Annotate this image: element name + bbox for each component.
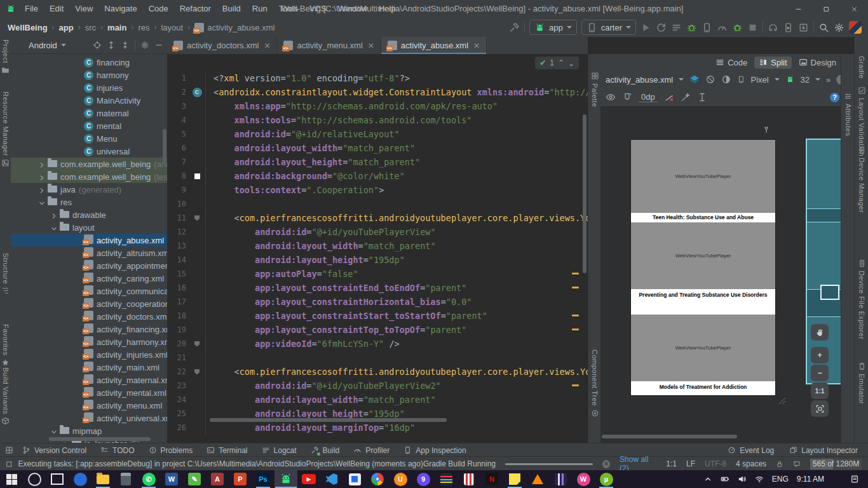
- locate-file-icon[interactable]: [93, 41, 102, 50]
- tree-item-com-example-well_being[interactable]: com.example.well_being(test): [11, 170, 167, 183]
- code-line-5[interactable]: 5 android:id="@+id/relativeLayout": [167, 127, 588, 141]
- taskbar-netflix[interactable]: N: [480, 470, 503, 488]
- mode-code[interactable]: Code: [711, 57, 752, 69]
- breadcrumb-activity_abuse-xml[interactable]: activity_abuse.xml: [207, 23, 275, 32]
- tool-button-project[interactable]: Project: [0, 39, 11, 74]
- palette-tab[interactable]: Palette: [588, 72, 601, 107]
- tree-item-activity_universal-xml[interactable]: <>activity_universal.xml: [11, 412, 167, 424]
- tool-window-app-inspection[interactable]: App Inspection: [403, 446, 466, 455]
- mode-split[interactable]: Split: [754, 57, 791, 69]
- tree-item-activity_abuse-xml[interactable]: <>activity_abuse.xml: [11, 234, 167, 247]
- tool-window-quick-access-icon[interactable]: [5, 446, 13, 454]
- taskbar-task-view[interactable]: [46, 470, 69, 488]
- taskbar-swirl-app[interactable]: 9: [412, 470, 435, 488]
- code-line-8[interactable]: 8 android:background="@color/white": [167, 169, 588, 183]
- menu-file[interactable]: File: [19, 4, 44, 13]
- breadcrumb-main[interactable]: main: [107, 23, 126, 32]
- youtube-player-view-2[interactable]: WebViewYouTubePlayer: [631, 222, 775, 289]
- build-project-icon[interactable]: [509, 22, 520, 33]
- orientation-icon[interactable]: [705, 74, 715, 85]
- code-line-14[interactable]: 14 android:layout_height="195dp": [167, 253, 588, 267]
- menu-build[interactable]: Build: [217, 4, 247, 13]
- tool-window-version-control[interactable]: Version Control: [22, 446, 86, 455]
- tree-item-activity_main-xml[interactable]: <>activity_main.xml: [11, 361, 167, 374]
- user-avatar[interactable]: [849, 21, 862, 34]
- close-tab-icon[interactable]: ✕: [368, 41, 374, 50]
- code-line-1[interactable]: 1<?xml version="1.0" encoding="utf-8"?>: [167, 71, 588, 85]
- minimize-button[interactable]: [784, 0, 812, 18]
- code-line-23[interactable]: 23 android:id="@+id/youTubePlayerView2": [167, 379, 588, 393]
- profile-button[interactable]: [717, 22, 728, 33]
- view-options-eye-icon[interactable]: [606, 92, 616, 102]
- breadcrumb-src[interactable]: src: [85, 23, 96, 32]
- chevron-down-icon[interactable]: [39, 199, 45, 205]
- taskbar-popcorn-app[interactable]: [458, 470, 480, 488]
- taskbar-chrome[interactable]: [366, 470, 389, 488]
- search-everywhere-button[interactable]: [818, 22, 829, 33]
- title-band-2[interactable]: Preventing and Treating Substance Use Di…: [631, 289, 775, 315]
- tree-item-java[interactable]: java(generated): [11, 183, 167, 196]
- code-line-3[interactable]: 3 xmlns:app="http://schemas.android.com/…: [167, 99, 588, 113]
- tool-button-attributes[interactable]: Attributes: [841, 92, 855, 136]
- tree-item-layout[interactable]: layout: [11, 221, 167, 234]
- help-icon[interactable]: ?: [830, 93, 839, 102]
- infer-constraints-wand-icon[interactable]: [681, 92, 691, 102]
- menu-edit[interactable]: Edit: [44, 4, 69, 13]
- tree-item-activity_communicable-xml[interactable]: <>activity_communicable.xml: [11, 285, 167, 297]
- editor-hscrollbar[interactable]: [210, 418, 447, 422]
- tool-window-layout-inspector[interactable]: Layout Inspector: [789, 446, 858, 455]
- tool-button-device-file-explorer[interactable]: Device File Explorer: [855, 259, 868, 339]
- taskbar-youtube[interactable]: ▶: [297, 470, 320, 488]
- taskbar-vscode[interactable]: [320, 470, 343, 488]
- menu-view[interactable]: View: [69, 4, 98, 13]
- more-actions-icon[interactable]: »: [826, 75, 831, 85]
- code-line-11[interactable]: 11 <com.pierfrancescosoffritti.androidyo…: [167, 211, 588, 225]
- taskbar-h-bars-app[interactable]: [549, 470, 572, 488]
- layers-icon[interactable]: [689, 74, 700, 85]
- code-line-10[interactable]: 10: [167, 197, 588, 211]
- taskbar-android-studio[interactable]: [275, 470, 297, 488]
- tool-button-structure[interactable]: Structure: [0, 253, 11, 295]
- pan-button[interactable]: [811, 324, 829, 341]
- layout-preview[interactable]: WebViewYouTubePlayer Teen Health: Substa…: [631, 140, 775, 395]
- wifi-icon[interactable]: [755, 475, 764, 484]
- tool-button-build-variants[interactable]: Build Variants: [0, 367, 11, 425]
- tool-button-gradle[interactable]: Gradle: [855, 56, 868, 79]
- component-tree-tab[interactable]: Component Tree: [588, 349, 601, 417]
- line-separator[interactable]: LF: [686, 459, 695, 468]
- file-encoding[interactable]: UTF-8: [705, 459, 726, 468]
- taskbar-box-app[interactable]: [343, 470, 366, 488]
- close-tab-icon[interactable]: ✕: [473, 41, 480, 50]
- chevron-right-icon[interactable]: [39, 173, 45, 180]
- tree-item-harmony[interactable]: Charmony: [11, 69, 167, 81]
- tool-button-favorites[interactable]: Favorites: [0, 324, 11, 367]
- attach-debugger-button[interactable]: [702, 22, 712, 33]
- resize-handle[interactable]: [777, 396, 787, 406]
- tree-item-activity_caring-xml[interactable]: <>activity_caring.xml: [11, 272, 167, 285]
- tree-item-activity_cooperation-xml[interactable]: <>activity_cooperation.xml: [11, 297, 167, 310]
- code-line-17[interactable]: 17 app:layout_constraintHorizontal_bias=…: [167, 295, 588, 309]
- zoom-fit-button[interactable]: [811, 400, 829, 417]
- code-line-7[interactable]: 7 android:layout_height="match_parent": [167, 155, 588, 169]
- tool-window-todo[interactable]: TODO: [100, 446, 134, 455]
- taskbar-access[interactable]: A: [206, 470, 229, 488]
- debug-button[interactable]: [686, 22, 697, 33]
- tree-item-injuries[interactable]: Cinjuries: [11, 81, 167, 94]
- tree-item-res[interactable]: res: [11, 196, 167, 208]
- code-line-18[interactable]: 18 app:layout_constraintStart_toStartOf=…: [167, 309, 588, 323]
- project-hscrollbar[interactable]: [49, 437, 151, 441]
- code-line-21[interactable]: 21: [167, 351, 588, 365]
- chevron-right-icon[interactable]: [39, 186, 45, 193]
- tree-item-com-example-well_being[interactable]: com.example.well_being(androidTest): [11, 158, 167, 170]
- code-line-9[interactable]: 9 tools:context=".Cooperation">: [167, 183, 588, 197]
- breadcrumb-layout[interactable]: layout: [161, 23, 183, 32]
- prev-issue-icon[interactable]: ⌃: [558, 58, 564, 67]
- code-editor[interactable]: 1<?xml version="1.0" encoding="utf-8"?>2…: [167, 54, 588, 443]
- code-line-19[interactable]: 19 app:layout_constraintTop_toTopOf="par…: [167, 323, 588, 337]
- mode-design[interactable]: Design: [794, 57, 841, 69]
- code-line-22[interactable]: 22 <com.pierfrancescosoffritti.androidyo…: [167, 365, 588, 379]
- editor-tab-activity_abuse-xml[interactable]: <>activity_abuse.xml✕: [381, 37, 487, 54]
- gradle-sync-button[interactable]: [768, 22, 778, 33]
- tool-window-terminal[interactable]: Terminal: [207, 446, 247, 455]
- chevron-down-icon[interactable]: [51, 428, 57, 434]
